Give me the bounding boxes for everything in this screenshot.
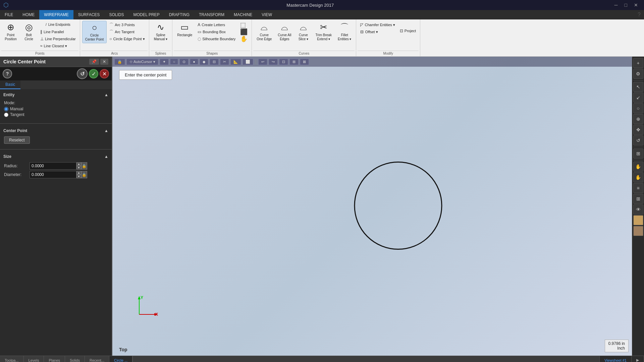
point-position-button[interactable]: ⊕ PointPosition [2,21,19,43]
menu-file[interactable]: FILE [0,10,18,19]
create-letters-button[interactable]: A Create Letters [196,21,237,28]
rt-rotate-button[interactable]: ↺ [633,135,643,145]
rt-color1-button[interactable] [633,215,643,225]
bolt-circle-button[interactable]: ◎ BoltCircle [20,21,38,43]
tab-planes[interactable]: Planes [44,356,65,362]
reselect-button[interactable]: Reselect [4,136,30,144]
vt-btn3[interactable]: ⊙ [179,59,189,65]
rt-eye-button[interactable]: 👁 [633,204,643,215]
curve-one-edge-button[interactable]: ⌓ CurveOne Edge [254,21,274,43]
vt-btn6[interactable]: ⊟ [210,59,219,65]
tab-solids[interactable]: Solids [65,356,85,362]
menu-model-prep[interactable]: MODEL PREP [128,10,164,19]
offset-button[interactable]: ⊟ Offset ▾ [358,28,397,35]
viewsheet-1[interactable]: Viewsheet #1 [600,356,632,362]
radius-down-button[interactable]: ▼ [76,166,81,170]
back-button[interactable]: ↺ [77,68,88,79]
menu-solids[interactable]: SOLIDS [104,10,128,19]
tab-levels[interactable]: Levels [24,356,44,362]
extra-shape-button2[interactable]: ⬛ [239,28,249,35]
arc-tangent-button[interactable]: ⌒ Arc Tangent [107,28,147,35]
chamfer-entities-button[interactable]: ◸ Chamfer Entities ▾ [358,21,397,28]
close-button[interactable]: ✕ [631,2,641,8]
diameter-down-button[interactable]: ▼ [76,175,81,178]
size-section-header[interactable]: Size ▲ [3,153,108,160]
line-parallel-button[interactable]: ∥ Line Parallel [38,28,78,35]
menu-machine[interactable]: MACHINE [229,10,257,19]
radius-up-button[interactable]: ▲ [76,162,81,166]
panel-close-button[interactable]: ✕ [100,59,108,65]
rt-select-button[interactable]: ↖ [633,82,643,92]
rt-settings-button[interactable]: ⚙ [633,69,643,79]
minimize-button[interactable]: ─ [612,2,621,8]
line-perpendicular-button[interactable]: ⊥ Line Perpendicular [38,36,78,42]
vt-btn7[interactable]: ✂ [220,59,229,65]
extra-shape-button1[interactable]: ⬚ [239,21,249,28]
entity-section-header[interactable]: Entity ▲ [3,91,108,99]
rt-magnify-button[interactable]: ⊕ [633,114,643,124]
rt-grid-button[interactable]: ⊞ [633,194,643,204]
tab-circle[interactable]: Circle ... [109,356,132,362]
spline-manual-button[interactable]: ∿ SplineManual ▾ [151,21,170,43]
rt-color2-button[interactable] [633,226,643,236]
ok-button[interactable]: ✓ [89,69,98,78]
rt-circle-button[interactable]: ○ [633,103,643,113]
vt-btn9[interactable]: ⬜ [243,59,253,65]
menu-wireframe[interactable]: WIREFRAME [39,10,73,19]
trim-break-extend-button[interactable]: ✂ Trim BreakExtend ▾ [313,21,334,43]
rt-zoom-button[interactable]: ↙ [633,93,643,103]
circle-edge-point-button[interactable]: ○ Circle Edge Point ▾ [107,36,147,42]
menu-surfaces[interactable]: SURFACES [73,10,105,19]
rt-pan-button[interactable]: ✥ [633,125,643,135]
lock-button[interactable]: 🔒 [114,59,125,65]
menu-view[interactable]: VIEW [257,10,277,19]
rectangle-button[interactable]: ▭ Rectangle [174,21,195,39]
cancel-button[interactable]: ✕ [100,69,109,78]
curve-all-edges-button[interactable]: ⌓ Curve AllEdges [275,21,294,43]
diameter-lock-button[interactable]: 🔒 [81,171,87,178]
tab-toolpa[interactable]: Toolpa... [0,356,24,362]
tab-recent[interactable]: Recent... [85,356,109,362]
silhouette-boundary-button[interactable]: ◌ Silhouette Boundary [196,36,237,42]
vt-btn4[interactable]: ● [190,59,198,65]
tab-basic[interactable]: Basic [0,80,20,89]
radius-lock-button[interactable]: 🔒 [81,162,87,170]
vt-btn5[interactable]: ◆ [200,59,208,65]
diameter-input[interactable] [30,171,76,178]
autocursor-button[interactable]: ⊹ AutoCursor ▾ [126,59,158,65]
fillet-entities-button[interactable]: ⌒ FilletEntities ▾ [335,21,354,43]
vt-btn1[interactable]: ✦ [160,59,169,65]
vt-btn11[interactable]: ↪ [269,59,278,65]
tangent-radio[interactable] [4,113,8,117]
line-endpoints-button[interactable]: / Line Endpoints [38,21,78,28]
vt-btn10[interactable]: ↩ [258,59,267,65]
viewport[interactable]: 🔒 ⊹ AutoCursor ▾ ✦ ○ ⊙ ● ◆ ⊟ ✂ 📐 ⬜ | ↩ ↪… [112,57,632,356]
viewsheet-scroll-right[interactable]: ▶ [632,356,644,362]
manual-radio[interactable] [4,107,8,111]
radius-input[interactable] [30,162,76,170]
rt-hand2-button[interactable]: ✋ [633,172,643,182]
arc-3-points-button[interactable]: ⌒ Arc 3 Points [107,21,147,28]
bounding-box-button[interactable]: ▭ Bounding Box [196,28,237,35]
vt-btn14[interactable]: ⊠ [300,59,309,65]
vt-btn13[interactable]: ⊞ [289,59,299,65]
help-button[interactable]: ? [634,10,644,19]
rt-layers-button[interactable]: ≡ [633,183,643,193]
vt-btn2[interactable]: ○ [170,59,178,65]
rt-home-button[interactable]: ⊞ [633,148,643,159]
menu-transform[interactable]: TRANSFORM [194,10,229,19]
rt-plus-button[interactable]: + [633,58,643,68]
vt-btn12[interactable]: ⊡ [279,59,288,65]
project-button[interactable]: ⊡ Project [398,27,418,34]
curve-slice-button[interactable]: ⌓ CurveSlice ▾ [294,21,312,43]
rt-hand-button[interactable]: ✋ [633,162,643,172]
center-point-header[interactable]: Center Point ▲ [3,127,108,134]
circle-center-point-button[interactable]: ○ CircleCenter Point [82,21,107,43]
line-closest-button[interactable]: ≈ Line Closest ▾ [38,43,78,49]
extra-shape-button3[interactable]: ✋ [239,36,249,42]
diameter-up-button[interactable]: ▲ [76,171,81,175]
panel-pin-button[interactable]: 📌 [89,59,99,65]
maximize-button[interactable]: □ [622,2,630,8]
menu-drafting[interactable]: DRAFTING [164,10,194,19]
vt-btn8[interactable]: 📐 [230,59,241,65]
